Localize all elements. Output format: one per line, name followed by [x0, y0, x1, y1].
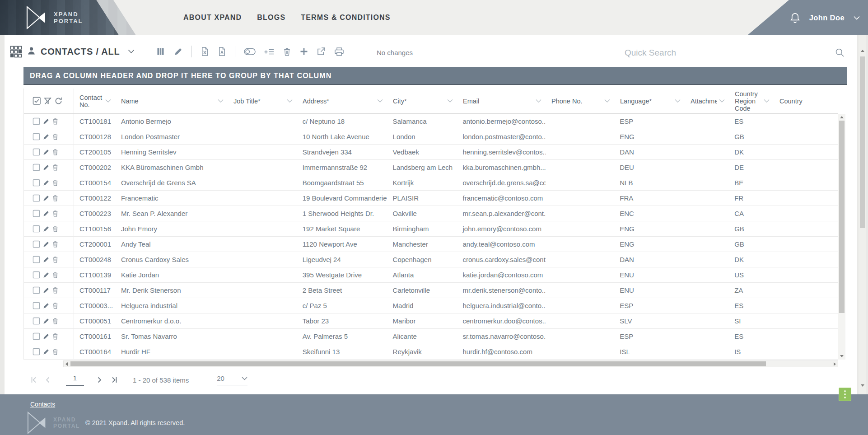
column-header-name[interactable]: Name: [116, 89, 228, 113]
row-edit-pencil-icon[interactable]: [42, 225, 50, 233]
row-edit-pencil-icon[interactable]: [42, 333, 50, 340]
table-row[interactable]: CT000051Centromerkur d.o.o.Tabor 23Marib…: [24, 313, 838, 329]
scroll-left-arrow[interactable]: [65, 362, 68, 366]
page-size-dropdown[interactable]: 20: [217, 374, 247, 385]
column-header-attachment[interactable]: Attachmen: [685, 89, 729, 113]
row-edit-pencil-icon[interactable]: [42, 210, 50, 217]
column-header-language[interactable]: Language*: [615, 89, 685, 113]
refresh-icon[interactable]: [54, 97, 63, 105]
delete-trash-icon[interactable]: [283, 47, 291, 56]
row-delete-trash-icon[interactable]: [52, 317, 59, 325]
row-edit-pencil-icon[interactable]: [42, 318, 50, 325]
column-header-contact_no[interactable]: Contact No.: [74, 89, 116, 113]
row-checkbox[interactable]: [33, 225, 40, 233]
user-menu[interactable]: John Doe: [809, 14, 845, 22]
first-page-button[interactable]: [31, 377, 37, 383]
search-icon[interactable]: [835, 48, 845, 59]
scroll-up-arrow[interactable]: [840, 116, 844, 118]
row-edit-pencil-icon[interactable]: [42, 179, 50, 187]
nav-terms-conditions[interactable]: TERMS & CONDITIONS: [301, 14, 391, 22]
column-chevron-down-icon[interactable]: [377, 99, 383, 103]
row-delete-trash-icon[interactable]: [52, 194, 59, 202]
row-edit-pencil-icon[interactable]: [42, 241, 50, 248]
choose-columns-icon[interactable]: [156, 47, 165, 56]
row-delete-trash-icon[interactable]: [52, 133, 59, 140]
row-edit-pencil-icon[interactable]: [42, 271, 50, 279]
row-checkbox[interactable]: [33, 256, 40, 263]
row-edit-pencil-icon[interactable]: [42, 149, 50, 156]
row-delete-trash-icon[interactable]: [52, 164, 59, 171]
row-checkbox[interactable]: [33, 117, 40, 125]
previous-page-button[interactable]: [45, 377, 50, 383]
row-checkbox[interactable]: [33, 348, 40, 355]
row-edit-pencil-icon[interactable]: [42, 256, 50, 263]
table-row[interactable]: CT00003...Helguera industrialc/ Paz 5Mad…: [24, 298, 838, 313]
row-checkbox[interactable]: [33, 133, 40, 140]
page-vscroll-thumb[interactable]: [860, 56, 865, 228]
group-by-drop-zone[interactable]: DRAG A COLUMN HEADER AND DROP IT HERE TO…: [23, 67, 847, 85]
table-row[interactable]: CT000122Francematic19 Boulevard Commande…: [24, 191, 838, 206]
row-checkbox[interactable]: [33, 240, 40, 248]
column-header-city[interactable]: City*: [387, 89, 457, 113]
scroll-right-arrow[interactable]: [834, 362, 836, 366]
add-plus-icon[interactable]: [300, 47, 308, 56]
column-header-address[interactable]: Address*: [297, 89, 387, 113]
export-excel-icon[interactable]: [201, 47, 209, 56]
table-row[interactable]: CT100139Katie Jordan395 Westgate DriveAt…: [24, 267, 838, 283]
column-chevron-down-icon[interactable]: [536, 99, 541, 103]
view-selector-chevron-icon[interactable]: [128, 49, 135, 54]
row-checkbox[interactable]: [33, 286, 40, 294]
column-chevron-down-icon[interactable]: [764, 99, 770, 103]
page-scroll-up-arrow[interactable]: [861, 50, 864, 52]
column-header-country_region_code[interactable]: Country Region Code: [729, 89, 774, 113]
column-chevron-down-icon[interactable]: [604, 99, 610, 103]
row-edit-pencil-icon[interactable]: [42, 348, 50, 355]
select-all-checkbox-icon[interactable]: [33, 97, 41, 105]
row-delete-trash-icon[interactable]: [52, 210, 59, 217]
row-delete-trash-icon[interactable]: [52, 256, 59, 263]
row-checkbox[interactable]: [33, 302, 40, 309]
footer-contacts-link[interactable]: Contacts: [30, 401, 55, 408]
print-icon[interactable]: [334, 47, 344, 56]
row-checkbox[interactable]: [33, 194, 40, 202]
row-delete-trash-icon[interactable]: [52, 332, 59, 340]
insert-row-icon[interactable]: [264, 47, 274, 56]
row-delete-trash-icon[interactable]: [52, 148, 59, 156]
column-chevron-down-icon[interactable]: [719, 99, 725, 103]
nav-about-xpand[interactable]: ABOUT XPAND: [183, 14, 242, 22]
column-header-job_title[interactable]: Job Title*: [228, 89, 297, 113]
current-page-input[interactable]: 1: [66, 374, 84, 386]
table-row[interactable]: CT000117Mr. Derik Stenerson2 Beta Street…: [24, 283, 838, 298]
row-checkbox[interactable]: [33, 210, 40, 217]
column-header-phone_no[interactable]: Phone No.: [546, 89, 615, 113]
row-checkbox[interactable]: [33, 164, 40, 171]
column-chevron-down-icon[interactable]: [287, 99, 293, 103]
grid-vscroll-thumb[interactable]: [839, 121, 845, 313]
edit-pencil-icon[interactable]: [173, 47, 183, 56]
row-delete-trash-icon[interactable]: [52, 179, 59, 187]
page-scroll-down-arrow[interactable]: [861, 384, 864, 387]
row-checkbox[interactable]: [33, 271, 40, 279]
row-checkbox[interactable]: [33, 179, 40, 187]
column-header-email[interactable]: Email: [457, 89, 546, 113]
table-row[interactable]: CT100156John Emory192 Market SquareBirmi…: [24, 221, 838, 237]
row-edit-pencil-icon[interactable]: [42, 164, 50, 171]
quick-search-input[interactable]: [625, 45, 831, 61]
table-row[interactable]: CT000202KKA Büromaschinen GmbhImmermanns…: [24, 160, 838, 175]
table-row[interactable]: CT000223Mr. Sean P. Alexander1 Sherwood …: [24, 206, 838, 221]
table-row[interactable]: CT000161Sr. Tomas NavarroAv. Palmeras 5A…: [24, 329, 838, 344]
open-external-icon[interactable]: [317, 47, 326, 56]
nav-blogs[interactable]: BLOGS: [257, 14, 285, 22]
quick-actions-button[interactable]: [839, 388, 851, 401]
row-edit-pencil-icon[interactable]: [42, 133, 50, 140]
apps-grid-icon[interactable]: [10, 46, 22, 58]
row-edit-pencil-icon[interactable]: [42, 302, 50, 309]
clear-filter-icon[interactable]: [43, 97, 52, 105]
row-checkbox[interactable]: [33, 148, 40, 156]
column-header-country[interactable]: Country: [774, 89, 839, 113]
next-page-button[interactable]: [98, 377, 102, 383]
column-chevron-down-icon[interactable]: [105, 99, 111, 103]
page-vertical-scrollbar[interactable]: [859, 35, 866, 394]
row-delete-trash-icon[interactable]: [52, 240, 59, 248]
column-chevron-down-icon[interactable]: [447, 99, 453, 103]
